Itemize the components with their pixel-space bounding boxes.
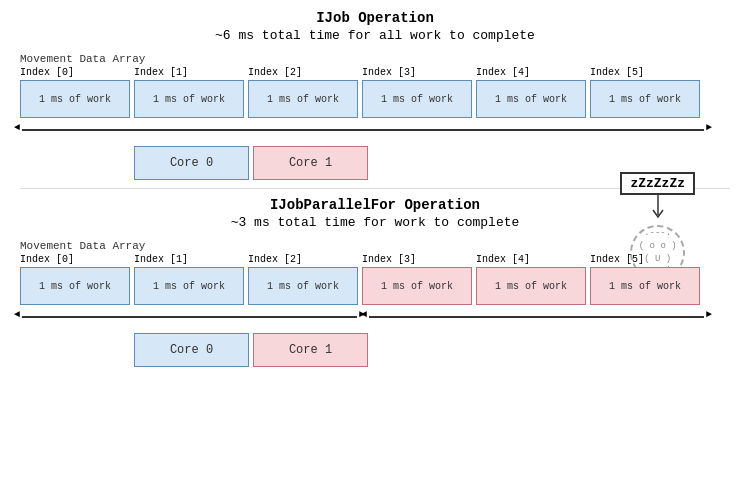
- top-array-label: Movement Data Array: [20, 53, 730, 65]
- top-cell-3: 1 ms of work: [362, 80, 472, 118]
- top-cell-1: 1 ms of work: [134, 80, 244, 118]
- top-index-4: Index [4]: [476, 67, 586, 78]
- bottom-title: IJobParallelFor Operation: [20, 197, 730, 213]
- top-index-5: Index [5]: [590, 67, 700, 78]
- top-title: IJob Operation: [20, 10, 730, 26]
- bottom-arrow-left: [22, 316, 357, 318]
- bottom-core1: Core 1: [253, 333, 368, 367]
- top-core1: Core 1: [253, 146, 368, 180]
- bottom-cell-2: 1 ms of work: [248, 267, 358, 305]
- bottom-array-label: Movement Data Array: [20, 240, 730, 252]
- bottom-cell-3: 1 ms of work: [362, 267, 472, 305]
- bottom-arrow-right: [369, 316, 704, 318]
- top-cell-5: 1 ms of work: [590, 80, 700, 118]
- top-cell-0: 1 ms of work: [20, 80, 130, 118]
- bottom-index-2: Index [2]: [248, 254, 358, 265]
- bottom-index-0: Index [0]: [20, 254, 130, 265]
- bottom-subtitle: ~3 ms total time for work to complete: [20, 215, 730, 230]
- top-index-2: Index [2]: [248, 67, 358, 78]
- top-index-1: Index [1]: [134, 67, 244, 78]
- bottom-cell-5: 1 ms of work: [590, 267, 700, 305]
- top-subtitle: ~6 ms total time for all work to complet…: [20, 28, 730, 43]
- bottom-index-3: Index [3]: [362, 254, 472, 265]
- bottom-cell-4: 1 ms of work: [476, 267, 586, 305]
- bottom-cell-0: 1 ms of work: [20, 267, 130, 305]
- top-index-0: Index [0]: [20, 67, 130, 78]
- top-cell-2: 1 ms of work: [248, 80, 358, 118]
- bottom-index-4: Index [4]: [476, 254, 586, 265]
- top-index-3: Index [3]: [362, 67, 472, 78]
- bottom-cell-1: 1 ms of work: [134, 267, 244, 305]
- bottom-index-1: Index [1]: [134, 254, 244, 265]
- top-cell-4: 1 ms of work: [476, 80, 586, 118]
- top-core0: Core 0: [134, 146, 249, 180]
- zzz-text: zZzZzZz: [620, 172, 695, 195]
- bottom-index-5: Index [5]: [590, 254, 700, 265]
- top-arrow: [22, 129, 704, 131]
- bottom-core0: Core 0: [134, 333, 249, 367]
